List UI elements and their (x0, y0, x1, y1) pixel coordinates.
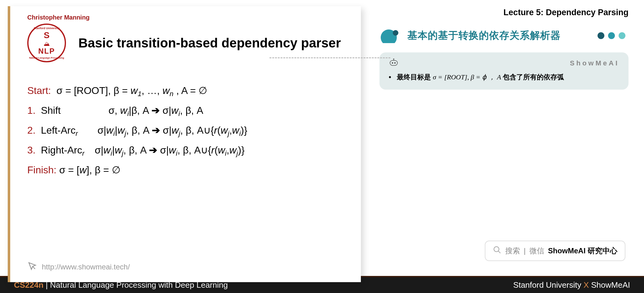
rule-number: 2. (27, 121, 38, 140)
connector-line (269, 57, 390, 58)
svg-point-7 (494, 247, 499, 252)
footer-brand: ShowMeAI (589, 280, 630, 290)
footer-x: X (584, 280, 589, 290)
algorithm-block: Start: σ = [ROOT], β = w1, …, wn , A = ∅… (27, 81, 350, 180)
rule-op: Left-Arcr (41, 121, 92, 140)
rule-number: 1. (27, 101, 38, 120)
slide-panel: Christopher Manning Stanford University … (8, 6, 361, 282)
note-box: ShowMeAI • 最终目标是 σ = [ROOT], β = ϕ ， A 包… (379, 52, 629, 90)
cursor-icon (27, 261, 37, 273)
note-prefix: 最终目标是 (397, 73, 433, 81)
decorative-dots (598, 32, 625, 39)
brand-text: ShowMeAI (570, 59, 619, 67)
notes-panel: Lecture 5: Dependency Parsing 基本的基于转换的依存… (373, 6, 636, 270)
search-icon (493, 246, 502, 256)
section-title: 基本的基于转换的依存关系解析器 (407, 29, 561, 42)
arrow-icon: ➔ (152, 125, 160, 136)
logo-nlp-text: NLP (38, 47, 55, 55)
url-text[interactable]: http://www.showmeai.tech/ (42, 263, 130, 271)
rule-op: Right-Arcr (41, 140, 92, 160)
bullet-dot: • (389, 73, 395, 81)
search-pill[interactable]: 搜索 | 微信 ShowMeAI 研究中心 (485, 241, 625, 261)
note-suffix: 包含了所有的依存弧 (503, 73, 564, 81)
stanford-nlp-logo: Stanford University S ⛰ NLP Natural Lang… (27, 24, 66, 62)
lecture-header: Lecture 5: Dependency Parsing (379, 8, 629, 17)
blob-decoration-icon (379, 28, 403, 43)
author-name: Christopher Manning (27, 14, 350, 21)
section-title-row: 基本的基于转换的依存关系解析器 (379, 28, 629, 43)
note-bullet: • 最终目标是 σ = [ROOT], β = ϕ ， A 包含了所有的依存弧 (389, 73, 619, 82)
svg-point-3 (392, 63, 393, 64)
logo-letter-s: S (38, 31, 55, 40)
algo-rule-2: 2. Left-Arcr σ|wi|wj, β, A ➔ σ|wj, β, A∪… (27, 121, 350, 140)
algo-rule-1: 1. Shift σ, wi|β, A ➔ σ|wi, β, A (27, 101, 350, 121)
svg-line-8 (498, 251, 500, 253)
start-formula: σ = [ROOT], β = w1, …, wn , A = ∅ (56, 85, 207, 96)
algo-start-line: Start: σ = [ROOT], β = w1, …, wn , A = ∅ (27, 81, 350, 101)
arrow-icon: ➔ (151, 105, 160, 116)
footer-right: Stanford University X ShowMeAI (513, 280, 630, 290)
logo-ring-text-bottom: Natural Language Processing (29, 56, 64, 59)
dot-icon (619, 32, 625, 39)
algo-rule-3: 3. Right-Arcr σ|wi|wj, β, A ➔ σ|wi, β, A… (27, 140, 350, 160)
rule-op: Shift (41, 101, 92, 120)
rule-number: 3. (27, 140, 38, 160)
start-keyword: Start: (27, 85, 51, 96)
search-brand: ShowMeAI 研究中心 (548, 246, 617, 256)
algo-finish-line: Finish: σ = [w], β = ∅ (27, 160, 350, 180)
url-footer: http://www.showmeai.tech/ (27, 261, 130, 273)
note-formula: σ = [ROOT], β = ϕ ， A (433, 73, 503, 81)
arrow-icon: ➔ (149, 144, 157, 156)
dot-icon (598, 32, 604, 39)
svg-point-1 (393, 30, 398, 36)
search-sep: | (524, 246, 526, 255)
svg-rect-2 (390, 60, 397, 65)
finish-keyword: Finish: (27, 164, 56, 175)
dot-icon (608, 32, 615, 39)
bot-icon (389, 59, 399, 68)
svg-point-4 (395, 63, 396, 64)
search-label-2: 微信 (529, 246, 544, 256)
search-label-1: 搜索 (505, 246, 520, 256)
svg-point-6 (393, 59, 394, 59)
slide-title: Basic transition-based dependency parser (78, 36, 341, 51)
footer-university: Stanford University (513, 280, 584, 290)
logo-mountain-icon: ⛰ (38, 40, 55, 47)
logo-ring-text-top: Stanford University (34, 27, 59, 30)
